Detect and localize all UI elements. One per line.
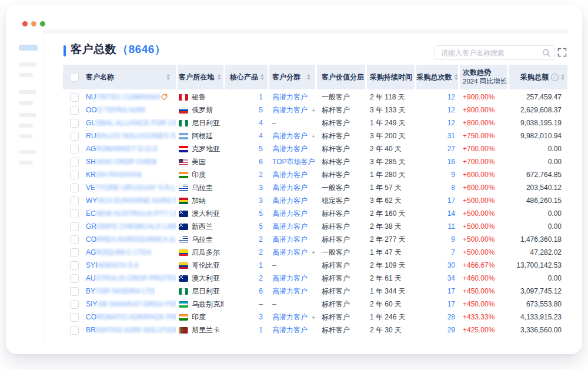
purchase-count-link[interactable]: 28 <box>447 313 455 321</box>
row-checkbox[interactable] <box>70 171 79 179</box>
segment-link[interactable]: 高潜力客户 <box>272 325 308 335</box>
core-products-count-link[interactable]: 2 <box>259 171 263 179</box>
column-header-total-amount[interactable]: 采购总额 i <box>509 65 567 89</box>
purchase-count-link[interactable]: 7 <box>451 248 455 256</box>
customer-name-link[interactable]: AUSTRALIS CROP PROTECTION P... <box>86 274 176 282</box>
row-checkbox[interactable] <box>70 248 79 257</box>
core-products-count-link[interactable]: 3 <box>259 196 263 205</box>
column-header-segment[interactable]: 客户分群 <box>269 65 315 89</box>
table-row[interactable]: AGROQUIM C LTDA 厄瓜多尔 2 高潜力客户 +1 一般客户 1 年… <box>63 246 567 259</box>
sidebar-item[interactable] <box>19 90 36 94</box>
segment-link[interactable]: – <box>272 261 276 269</box>
core-products-count-link[interactable]: 2 <box>259 235 263 244</box>
search-icon[interactable] <box>542 49 550 57</box>
customer-name-link[interactable]: ECNEW AUSTRALIA PTY LIMITED <box>86 209 176 218</box>
column-header-duration[interactable]: 采购持续时间 <box>367 65 415 89</box>
table-row[interactable]: NUTRITEC COMPANIA S.A.C 秘鲁 1 高潜力客户 一般客户 … <box>63 91 567 104</box>
purchase-count-link[interactable]: 8 <box>451 184 455 192</box>
customer-name-link[interactable]: COROMATO AGRIPACK PRIVATE ... <box>86 313 176 321</box>
core-products-count-link[interactable]: 2 <box>259 248 263 256</box>
customer-name-link[interactable]: AGROMARKET D.O.O <box>86 145 158 153</box>
purchase-count-link[interactable]: 34 <box>447 274 455 282</box>
segment-link[interactable]: – <box>272 119 276 127</box>
core-products-count-link[interactable]: 6 <box>259 287 263 295</box>
purchase-count-link[interactable]: 17 <box>447 196 455 205</box>
tag-icon[interactable] <box>161 94 168 101</box>
sidebar-item[interactable] <box>19 150 36 154</box>
row-checkbox[interactable] <box>70 261 79 270</box>
segment-link[interactable]: 高潜力客户 <box>272 183 308 193</box>
customer-name-link[interactable]: AGROQUIM C LTDA <box>86 248 152 256</box>
row-checkbox[interactable] <box>70 106 79 115</box>
customer-name-link[interactable]: RURALCO SOLUCIONES S.A <box>86 132 176 140</box>
sidebar-item[interactable] <box>19 134 33 138</box>
row-checkbox[interactable] <box>70 145 79 154</box>
row-checkbox[interactable] <box>70 184 79 192</box>
table-row[interactable]: CORREA AGROQUIMICA & AGROR... 乌拉圭 2 高潜力客… <box>63 233 567 246</box>
core-products-count-link[interactable]: 1 <box>259 93 263 101</box>
table-row[interactable]: AUSTRALIS CROP PROTECTION P... 澳大利亚 2 高潜… <box>63 272 567 285</box>
core-products-count-link[interactable]: 6 <box>259 158 263 166</box>
row-checkbox[interactable] <box>70 300 79 309</box>
table-row[interactable]: OOO TEFRA AGRI 俄罗斯 5 高潜力客户 +1 标杆客户 3 年 1… <box>63 104 567 116</box>
row-checkbox[interactable] <box>70 93 79 102</box>
purchase-count-link[interactable]: 27 <box>447 145 455 153</box>
row-checkbox[interactable] <box>70 222 79 231</box>
segment-link[interactable]: 高潜力客户 <box>272 286 308 296</box>
customer-name-link[interactable]: KRISH RASAYAN <box>86 171 142 179</box>
sidebar-item[interactable] <box>19 62 36 66</box>
purchase-count-link[interactable]: 17 <box>447 287 455 295</box>
row-checkbox[interactable] <box>70 158 79 166</box>
table-row[interactable]: SYINGENTA S.A 哥伦比亚 1 – 标杆客户 2 年 109 天 30… <box>63 259 567 272</box>
table-row[interactable]: COROMATO AGRIPACK PRIVATE ... 印度 3 高潜力客户… <box>63 311 567 324</box>
row-checkbox[interactable] <box>70 132 79 141</box>
fullscreen-icon[interactable] <box>557 48 567 57</box>
row-checkbox[interactable] <box>70 209 79 218</box>
core-products-count-link[interactable]: 5 <box>259 106 263 114</box>
segment-link[interactable]: – <box>272 300 276 308</box>
customer-name-link[interactable]: CORREA AGROQUIMICA & AGROR... <box>86 235 176 244</box>
sidebar-item[interactable] <box>19 113 36 117</box>
sort-icon[interactable] <box>218 74 221 80</box>
column-header-customer-name[interactable]: 客户名称 <box>63 65 176 89</box>
segment-link[interactable]: 高潜力客户 <box>272 92 308 102</box>
table-row[interactable]: ECNEW AUSTRALIA PTY LIMITED 澳大利亚 5 高潜力客户… <box>63 207 567 220</box>
customer-name-link[interactable]: SIYOB SHAVKAT ORGU FERMER X... <box>86 300 176 308</box>
row-checkbox[interactable] <box>70 326 79 335</box>
customer-name-link[interactable]: WYNCA SUNSHINE AGRO PRODU... <box>86 196 176 205</box>
search-input[interactable] <box>435 46 542 59</box>
sidebar-item-active[interactable] <box>19 45 38 51</box>
sort-icon[interactable] <box>455 74 458 80</box>
sort-icon[interactable] <box>260 74 264 80</box>
search-box[interactable] <box>435 45 555 60</box>
row-checkbox[interactable] <box>70 287 79 296</box>
row-checkbox[interactable] <box>70 313 79 322</box>
table-row[interactable]: RURALCO SOLUCIONES S.A 阿根廷 4 高潜力客户 +1 标杆… <box>63 129 567 142</box>
select-all-checkbox[interactable] <box>70 73 79 82</box>
core-products-count-link[interactable]: 2 <box>259 274 263 282</box>
table-row[interactable]: SIYOB SHAVKAT ORGU FERMER X... 乌兹别克斯坦 – … <box>63 298 567 311</box>
customer-name-link[interactable]: SYINGENTA S.A <box>86 261 139 269</box>
segment-link[interactable]: 高潜力客户 <box>272 222 308 232</box>
purchase-count-link[interactable]: 12 <box>447 119 455 127</box>
purchase-count-link[interactable]: 14 <box>447 209 455 218</box>
customer-name-link[interactable]: GROWFE CHEMICALS LIMITED <box>86 222 176 231</box>
core-products-count-link[interactable]: 1 <box>259 326 263 334</box>
purchase-count-link[interactable]: 29 <box>447 326 455 334</box>
sidebar-item[interactable] <box>19 73 33 77</box>
sort-icon[interactable] <box>414 74 415 80</box>
core-products-count-link[interactable]: 3 <box>259 313 263 321</box>
segment-link[interactable]: 高潜力客户 <box>272 196 308 206</box>
core-products-count-link[interactable]: – <box>259 300 263 308</box>
core-products-count-link[interactable]: 3 <box>259 184 263 192</box>
customer-name-link[interactable]: BYTOR NIGERIA LTD <box>86 287 155 295</box>
core-products-count-link[interactable]: 4 <box>259 119 263 127</box>
sort-icon[interactable] <box>166 74 170 80</box>
customer-name-link[interactable]: SHANXI CROP CHEM <box>86 158 157 166</box>
segment-link[interactable]: 高潜力客户 <box>272 170 308 180</box>
core-products-count-link[interactable]: 5 <box>259 222 263 231</box>
table-row[interactable]: BYTOR NIGERIA LTD 尼日利亚 6 高潜力客户 标杆客户 1 年 … <box>63 285 567 298</box>
purchase-count-link[interactable]: 17 <box>447 300 455 308</box>
purchase-count-link[interactable]: 16 <box>447 158 455 166</box>
segment-link[interactable]: 高潜力客户 <box>272 209 308 219</box>
